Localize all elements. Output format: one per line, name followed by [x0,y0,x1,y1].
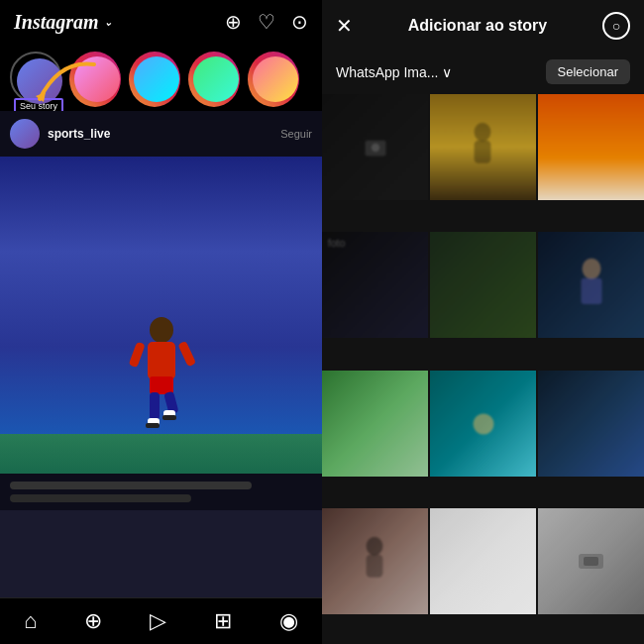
photo-thumb-6 [538,232,644,338]
album-name-dropdown[interactable]: WhatsApp Ima... ∨ [336,64,452,80]
svg-point-13 [371,143,378,151]
photo-cell-5[interactable] [430,232,536,338]
instagram-logo: Instagram ⌄ [14,11,112,34]
svg-point-18 [473,413,493,434]
svg-point-1 [150,317,173,343]
svg-rect-7 [146,423,160,428]
nav-shop-icon[interactable]: ⊞ [214,608,232,634]
right-header: ✕ Adicionar ao story ○ [322,0,644,52]
stories-row: Seu story [0,44,322,111]
add-post-icon[interactable]: ⊕ [225,10,242,34]
arrow-annotation [30,54,109,111]
svg-rect-9 [162,415,176,420]
photo-thumb-11 [430,508,536,614]
story-item-3[interactable] [129,52,180,103]
left-panel: Instagram ⌄ ⊕ ♡ ⊙ Seu story [0,0,322,644]
photo-thumb-12 [538,508,644,614]
nav-search-icon[interactable]: ⊕ [84,608,102,634]
post-image-area [0,157,322,474]
photo-cell-10[interactable] [322,508,428,614]
svg-rect-20 [367,554,383,577]
photo-grid: foto [322,94,644,644]
photo-thumb-5 [430,232,536,338]
story-item-5[interactable] [248,52,299,103]
photo-thumb-8 [430,371,536,477]
svg-rect-22 [584,557,598,566]
story-item-4[interactable] [188,52,240,103]
svg-rect-3 [150,376,173,394]
right-panel-title: Adicionar ao story [408,17,547,35]
photo-thumb-3 [538,94,644,200]
person-silhouette-2 [465,121,501,173]
story-avatar-3 [129,52,180,103]
story-inner-4 [193,56,239,102]
svg-point-14 [475,122,491,141]
svg-rect-10 [128,342,145,369]
photo-thumb-7 [322,371,428,477]
album-name-text: WhatsApp Ima... [336,64,438,80]
photo-label-4: foto [322,232,428,258]
photo-cell-12[interactable] [538,508,644,614]
photo-thumb-1 [322,94,428,200]
photo-cell-1[interactable] [322,94,428,200]
nav-reels-icon[interactable]: ▷ [150,608,166,634]
svg-rect-12 [365,140,385,156]
photo-cell-9[interactable] [538,371,644,477]
person-silhouette-6 [571,257,612,314]
caption-line-1 [10,482,252,489]
story-inner-5 [253,56,298,102]
dropdown-chevron[interactable]: ⌄ [104,17,112,28]
svg-rect-4 [150,392,160,420]
food-icon-8 [468,407,499,439]
photo-thumb-9 [538,371,644,477]
nav-home-icon[interactable]: ⌂ [24,608,37,634]
svg-point-16 [582,259,600,279]
photo-cell-4[interactable]: foto [322,232,428,338]
photo-cell-6[interactable] [538,232,644,338]
post-caption-area [0,474,322,510]
right-panel: ✕ Adicionar ao story ○ WhatsApp Ima... ∨… [322,0,644,644]
caption-line-2 [10,494,191,502]
story-avatar-5 [248,52,299,103]
select-button[interactable]: Selecionar [546,59,630,84]
photo-cell-11[interactable] [430,508,536,614]
feed-post-image [0,157,322,597]
person-silhouette-10 [357,535,393,588]
nav-profile-icon[interactable]: ◉ [279,608,298,634]
photo-cell-7[interactable] [322,371,428,477]
story-avatar-4 [188,52,240,103]
story-inner-3 [134,56,179,102]
svg-rect-17 [581,278,601,304]
instagram-wordmark: Instagram [14,11,99,34]
photo-cell-2[interactable] [430,94,536,200]
messenger-icon[interactable]: ⊙ [291,10,308,34]
svg-rect-2 [148,342,175,379]
photo-icon-1 [360,132,391,163]
photo-thumb-2 [430,94,536,200]
bottom-nav: ⌂ ⊕ ▷ ⊞ ◉ [0,597,322,644]
post-follow[interactable]: Seguir [280,128,312,140]
soccer-player-figure [122,315,201,444]
post-username: sports_live [48,127,110,141]
photo-cell-8[interactable] [430,371,536,477]
object-icon-12 [574,549,608,574]
left-header: Instagram ⌄ ⊕ ♡ ⊙ [0,0,322,44]
svg-rect-15 [475,140,491,162]
search-icon: ○ [612,18,620,34]
header-icons: ⊕ ♡ ⊙ [225,10,308,34]
heart-icon[interactable]: ♡ [258,10,275,34]
svg-rect-11 [177,341,196,367]
photo-cell-3[interactable] [538,94,644,200]
svg-point-19 [367,536,383,555]
photo-thumb-10 [322,508,428,614]
search-button[interactable]: ○ [602,12,630,40]
album-selector: WhatsApp Ima... ∨ Selecionar [322,52,644,94]
photo-thumb-4: foto [322,232,428,338]
album-chevron: ∨ [442,64,452,80]
svg-rect-21 [579,554,603,569]
close-button[interactable]: ✕ [336,14,353,38]
